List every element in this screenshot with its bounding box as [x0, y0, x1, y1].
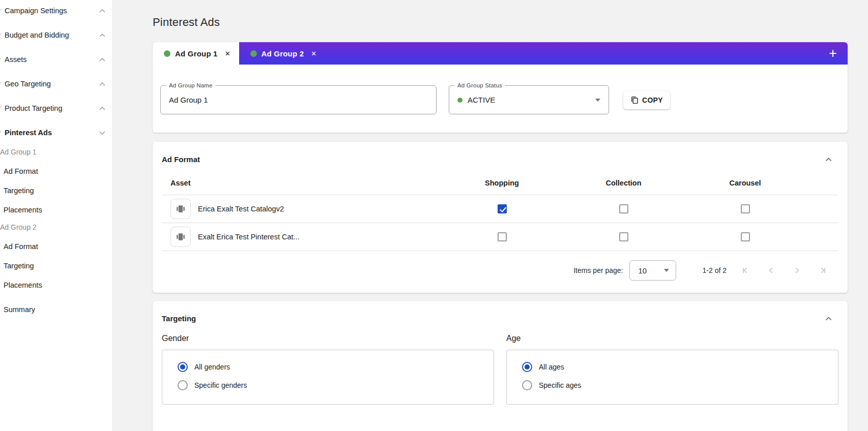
carousel-checkbox[interactable] — [741, 232, 750, 241]
sidebar-item-targeting-2[interactable]: Targeting — [0, 259, 112, 272]
ad-format-header: Ad Format — [153, 142, 848, 171]
items-per-page-value: 10 — [639, 266, 664, 275]
radio-label: All ages — [539, 363, 564, 371]
all-genders-option[interactable]: All genders — [162, 358, 494, 376]
sidebar-item-label: Campaign Settings — [5, 7, 99, 15]
chevron-up-icon — [99, 82, 105, 86]
tab-ad-group-1[interactable]: Ad Group 1 ✕ — [153, 42, 239, 65]
status-dot-icon — [164, 50, 170, 57]
previous-page-button[interactable] — [765, 264, 777, 276]
shopping-checkbox[interactable] — [498, 232, 507, 241]
sidebar-item-geo-targeting[interactable]: ✓ Geo Targeting — [0, 76, 112, 91]
active-status-dot-icon — [457, 98, 462, 103]
table-header-row: Asset Shopping Collection Carousel — [162, 171, 838, 195]
table-row: Erica Exalt Test Catalogv2 — [162, 195, 838, 223]
items-per-page-select[interactable]: 10 — [629, 260, 676, 281]
sidebar-sections: ✓ Campaign Settings ✓ Budget and Bidding… — [0, 3, 112, 140]
sidebar-item-campaign-settings[interactable]: ✓ Campaign Settings — [0, 3, 112, 18]
radio-button[interactable] — [178, 380, 188, 390]
dropdown-arrow-icon — [595, 99, 600, 102]
gender-options-box: All genders Specific genders — [162, 350, 494, 405]
next-page-button[interactable] — [791, 264, 803, 276]
asset-preview-button[interactable] — [170, 227, 191, 247]
ad-group-form: Ad Group Name Ad Group Status ACTIVE COP… — [153, 65, 848, 133]
app-window: ✓ Campaign Settings ✓ Budget and Bidding… — [0, 0, 868, 431]
sidebar-group-ad-group-1: Ad Group 1 — [0, 145, 112, 159]
chevron-right-icon — [792, 265, 802, 275]
copy-icon — [630, 96, 639, 104]
chevron-up-icon — [99, 34, 105, 37]
collection-checkbox[interactable] — [619, 232, 628, 241]
collection-checkbox[interactable] — [619, 204, 628, 213]
sidebar: ✓ Campaign Settings ✓ Budget and Bidding… — [0, 0, 113, 431]
main-content: Pinterest Ads Ad Group 1 ✕ Ad Group 2 ✕ … — [113, 0, 868, 431]
sidebar-item-pinterest-ads[interactable]: ✓ Pinterest Ads — [0, 125, 112, 140]
sidebar-item-product-targeting[interactable]: ✓ Product Targeting — [0, 101, 112, 116]
items-per-page-label: Items per page: — [573, 266, 623, 274]
ad-group-tabbar: Ad Group 1 ✕ Ad Group 2 ✕ + — [153, 42, 848, 65]
check-icon: ✓ — [0, 129, 3, 136]
section-title: Ad Format — [162, 155, 200, 164]
sidebar-item-budget-and-bidding[interactable]: ✓ Budget and Bidding — [0, 27, 112, 43]
age-group: Age All ages Specific ages — [506, 334, 838, 405]
carousel-checkbox[interactable] — [741, 204, 750, 213]
asset-name: Erica Exalt Test Catalogv2 — [198, 205, 284, 213]
sidebar-item-targeting-1[interactable]: Targeting — [0, 184, 112, 197]
sidebar-item-placements-2[interactable]: Placements — [0, 279, 112, 292]
asset-cell: Exalt Erica Test Pinterest Cat... — [170, 227, 441, 247]
catalog-icon — [176, 204, 186, 214]
shopping-checkbox[interactable] — [498, 204, 507, 213]
targeting-card: Targeting Gender All genders — [153, 301, 848, 431]
close-icon[interactable]: ✕ — [311, 50, 316, 57]
status-dot-icon — [250, 50, 257, 57]
sidebar-item-label: Product Targeting — [5, 104, 99, 112]
sidebar-group-ad-group-2: Ad Group 2 — [0, 221, 112, 234]
check-icon: ✓ — [0, 105, 3, 112]
chevron-up-icon — [99, 9, 105, 13]
radio-button[interactable] — [178, 362, 188, 372]
radio-button[interactable] — [522, 380, 532, 390]
age-options-box: All ages Specific ages — [506, 350, 838, 405]
first-page-button[interactable] — [740, 264, 752, 276]
asset-preview-button[interactable] — [170, 199, 191, 219]
page-title: Pinterest Ads — [153, 16, 848, 29]
specific-genders-option[interactable]: Specific genders — [162, 376, 494, 394]
section-title: Targeting — [162, 314, 196, 323]
sidebar-item-ad-format-2[interactable]: Ad Format — [0, 240, 112, 253]
asset-name: Exalt Erica Test Pinterest Cat... — [198, 233, 300, 241]
copy-button-label: COPY — [642, 96, 663, 104]
close-icon[interactable]: ✕ — [225, 50, 230, 57]
gender-label: Gender — [162, 334, 494, 343]
table-pagination: Items per page: 10 1-2 of 2 — [162, 251, 838, 293]
last-page-button[interactable] — [816, 264, 828, 276]
ad-group-status-select[interactable]: Ad Group Status ACTIVE — [449, 85, 609, 114]
add-ad-group-button[interactable]: + — [818, 42, 848, 65]
first-page-icon — [741, 265, 751, 275]
chevron-up-icon — [99, 58, 105, 61]
targeting-header: Targeting — [153, 301, 848, 330]
chevron-left-icon — [766, 265, 776, 275]
radio-button[interactable] — [522, 362, 532, 372]
copy-button[interactable]: COPY — [623, 91, 670, 109]
pagination-range: 1-2 of 2 — [703, 266, 727, 274]
collapse-section-button[interactable] — [823, 156, 834, 164]
ad-group-name-field: Ad Group Name — [160, 85, 437, 114]
collapse-section-button[interactable] — [823, 315, 834, 323]
check-icon: ✓ — [0, 7, 3, 14]
sidebar-subitems: Ad Group 1 Ad Format Targeting Placement… — [0, 145, 112, 316]
sidebar-item-summary[interactable]: Summary — [0, 303, 112, 316]
table-row: Exalt Erica Test Pinterest Cat... — [162, 223, 838, 251]
specific-ages-option[interactable]: Specific ages — [507, 376, 838, 394]
all-ages-option[interactable]: All ages — [507, 358, 838, 376]
sidebar-item-ad-format-1[interactable]: Ad Format — [0, 165, 112, 178]
tab-label: Ad Group 2 — [262, 49, 304, 58]
sidebar-item-assets[interactable]: ✓ Assets — [0, 52, 112, 67]
asset-cell: Erica Exalt Test Catalogv2 — [170, 199, 441, 219]
ad-group-name-input[interactable] — [161, 86, 436, 114]
tab-ad-group-2[interactable]: Ad Group 2 ✕ — [239, 42, 326, 65]
sidebar-item-label: Geo Targeting — [5, 80, 99, 88]
radio-label: All genders — [194, 363, 230, 371]
field-label: Ad Group Name — [166, 82, 215, 88]
sidebar-item-placements-1[interactable]: Placements — [0, 203, 112, 217]
column-header-carousel: Carousel — [684, 179, 806, 187]
